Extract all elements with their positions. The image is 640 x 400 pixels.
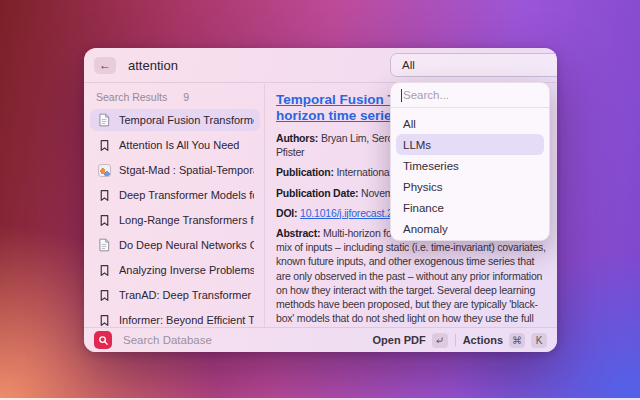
app-logo-search-icon (94, 331, 112, 349)
open-pdf-label: Open PDF (372, 334, 425, 346)
results-section-label: Search Results (96, 91, 167, 103)
abstract-label: Abstract: (276, 227, 320, 239)
results-count: 9 (183, 91, 189, 103)
bookmark-icon (96, 187, 112, 203)
doi-label: DOI: (276, 207, 297, 219)
result-title: Attention Is All You Need (119, 139, 239, 151)
filter-option-physics[interactable]: Physics (396, 176, 544, 197)
result-title: Long-Range Transformers for D... (119, 214, 254, 226)
back-button[interactable]: ← (94, 57, 116, 74)
search-app-window: ← attention All Search... All LLMs Times… (84, 48, 557, 352)
k-key-icon: K (531, 333, 547, 348)
pane-divider (264, 84, 265, 327)
result-title: Temporal Fusion Transformers f... (119, 114, 254, 126)
bookmark-icon (96, 212, 112, 228)
image-thumbnail-icon (96, 162, 112, 178)
category-filter-dropdown[interactable]: All (390, 53, 557, 77)
filter-option-finance[interactable]: Finance (396, 197, 544, 218)
filter-option-llms[interactable]: LLMs (396, 134, 544, 155)
result-row[interactable]: Deep Transformer Models for Ti... (90, 184, 260, 206)
search-database-input[interactable]: Search Database (123, 334, 372, 346)
result-row[interactable]: Attention Is All You Need (90, 134, 260, 156)
query-text: attention (128, 58, 178, 73)
document-icon (96, 112, 112, 128)
bookmark-icon (96, 137, 112, 153)
paper-abstract: Abstract: Multi-horizon forecasting ofte… (276, 226, 547, 327)
actions-button[interactable]: Actions ⌘ K (463, 333, 547, 348)
bookmark-icon (96, 287, 112, 303)
filter-option-anomaly[interactable]: Anomaly (396, 218, 544, 239)
back-arrow-icon: ← (99, 58, 111, 72)
filter-search-placeholder: Search... (403, 89, 449, 101)
document-icon (96, 237, 112, 253)
result-row[interactable]: Long-Range Transformers for D... (90, 209, 260, 231)
result-row[interactable]: Do Deep Neural Networks Contr... (90, 234, 260, 256)
footer-divider (455, 334, 456, 346)
footer-bar: Search Database Open PDF Actions ⌘ K (84, 327, 557, 352)
result-row[interactable]: Analyzing Inverse Problems with... (90, 259, 260, 281)
abstract-text: Multi-horizon forecasting often contains… (276, 227, 546, 327)
command-key-icon: ⌘ (509, 333, 525, 348)
result-title: Stgat-Mad : Spatial-Temporal Gr... (119, 164, 254, 176)
publication-label: Publication: (276, 166, 334, 178)
result-row[interactable]: Temporal Fusion Transformers f... (90, 109, 260, 131)
footer-actions: Open PDF Actions ⌘ K (372, 333, 547, 348)
filter-options-list: All LLMs Timeseries Physics Finance Anom… (391, 108, 549, 241)
pub-date-label: Publication Date: (276, 187, 358, 199)
results-header: Search Results 9 (96, 91, 260, 103)
desktop-background: ← attention All Search... All LLMs Times… (0, 0, 640, 400)
result-row[interactable]: Stgat-Mad : Spatial-Temporal Gr... (90, 159, 260, 181)
filter-dropdown-panel: Search... All LLMs Timeseries Physics Fi… (390, 82, 550, 241)
result-title: Do Deep Neural Networks Contr... (119, 239, 254, 251)
bookmark-icon (96, 312, 112, 328)
filter-search-input[interactable]: Search... (391, 83, 549, 108)
filter-option-timeseries[interactable]: Timeseries (396, 155, 544, 176)
result-row[interactable]: TranAD: Deep Transformer Net... (90, 284, 260, 306)
return-key-icon (432, 333, 448, 348)
authors-label: Authors: (276, 132, 318, 144)
text-caret (401, 89, 402, 102)
result-title: Analyzing Inverse Problems with... (119, 264, 254, 276)
actions-label: Actions (463, 334, 503, 346)
bookmark-icon (96, 262, 112, 278)
result-title: Deep Transformer Models for Ti... (119, 189, 254, 201)
filter-selected-value: All (402, 59, 415, 71)
result-title: TranAD: Deep Transformer Net... (119, 289, 254, 301)
search-results-pane: Search Results 9 Temporal Fusion Transfo… (90, 84, 260, 327)
filter-option-all[interactable]: All (396, 113, 544, 134)
result-title: Informer: Beyond Efficient Trans... (119, 314, 254, 326)
open-pdf-button[interactable]: Open PDF (372, 333, 447, 348)
